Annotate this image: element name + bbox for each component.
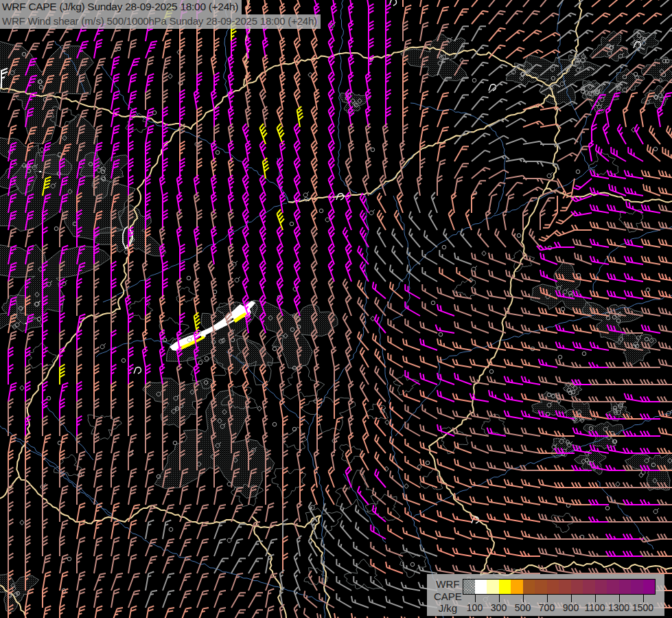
legend-label-line: WRF [434, 578, 462, 591]
legend-tick-100: 100 [467, 602, 483, 613]
legend-cell-11 [595, 579, 608, 595]
legend-cell-2 [487, 579, 500, 595]
legend-cell-7 [547, 579, 560, 595]
legend-tick-700: 700 [539, 602, 555, 613]
legend-cell-1 [475, 579, 488, 595]
legend-tick-300: 300 [491, 602, 507, 613]
title-shear: WRF Wind shear (m/s) 500/1000hPa Sunday … [0, 14, 321, 29]
legend-cell-10 [583, 579, 596, 595]
legend-tick-mark [619, 595, 620, 602]
map-canvas [0, 0, 672, 618]
legend-label-line: CAPE [434, 591, 462, 603]
legend-tick-500: 500 [515, 602, 531, 613]
legend-tick-mark [643, 595, 644, 602]
legend-cell-3 [499, 579, 512, 595]
legend-cell-5 [523, 579, 536, 595]
legend-cell-6 [535, 579, 548, 595]
legend-cell-13 [619, 579, 632, 595]
title-cape: WRF CAPE (J/kg) Sunday 28-09-2025 18:00 … [0, 0, 242, 14]
legend-cell-0 [463, 579, 476, 595]
legend-tick-1100: 1100 [584, 602, 605, 613]
legend-label: WRFCAPEJ/kg [434, 578, 462, 615]
legend-cell-4 [511, 579, 524, 595]
legend-cell-12 [607, 579, 620, 595]
legend-tick-mark [499, 595, 500, 602]
legend-tick-1500: 1500 [632, 602, 653, 613]
legend-cell-8 [559, 579, 572, 595]
legend-tick-900: 900 [563, 602, 579, 613]
legend-tick-mark [595, 595, 596, 602]
cape-legend: WRFCAPEJ/kg 100300500700900110013001500 [427, 574, 664, 616]
legend-label-line: J/kg [434, 602, 462, 615]
legend-tick-mark [571, 595, 572, 602]
legend-tick-mark [547, 595, 548, 602]
legend-tick-1300: 1300 [608, 602, 629, 613]
wrf-weather-map: WRF CAPE (J/kg) Sunday 28-09-2025 18:00 … [0, 0, 672, 618]
legend-tick-mark [475, 595, 476, 602]
legend-cell-14 [631, 579, 644, 595]
legend-tick-mark [523, 595, 524, 602]
legend-cell-15 [643, 579, 656, 595]
legend-cell-9 [571, 579, 584, 595]
